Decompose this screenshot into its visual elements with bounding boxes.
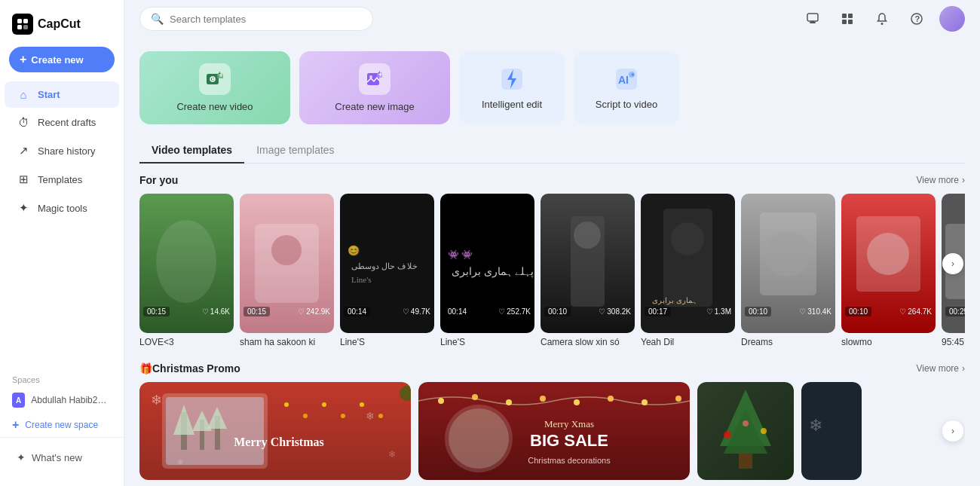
sparkle-icon: ✦: [17, 451, 26, 463]
space-avatar: A: [12, 393, 25, 408]
svg-point-32: [156, 220, 216, 303]
create-new-button[interactable]: + Create new: [9, 47, 115, 72]
svg-point-87: [642, 399, 648, 405]
intelligent-edit-card[interactable]: Intelligent edit: [459, 51, 565, 124]
header-icons: ?: [801, 6, 965, 32]
sidebar-item-magic[interactable]: ✦ Magic tools: [5, 194, 119, 222]
promo-card-2[interactable]: Merry Xmas BIG SALE Christmas decoration…: [418, 382, 690, 480]
template-name-5: Camera slow xin só: [541, 337, 635, 347]
svg-point-98: [724, 431, 731, 439]
whats-new-button[interactable]: ✦ What's new: [5, 445, 119, 469]
grid-icon[interactable]: [835, 7, 859, 31]
svg-point-76: [341, 414, 345, 418]
time-badge-1: 00:15: [143, 307, 170, 316]
svg-text:✦: ✦: [630, 72, 635, 78]
sidebar-item-share[interactable]: ↗ Share history: [5, 137, 119, 164]
christmas-next-button[interactable]: ›: [942, 420, 963, 442]
create-space-button[interactable]: + Create new space: [0, 413, 124, 437]
svg-text:Christmas decorations: Christmas decorations: [528, 456, 611, 465]
svg-rect-5: [810, 22, 816, 23]
promo-thumb-1: ❄ ❄ ❄ ❄ Merry Christmas: [139, 382, 411, 480]
script-to-video-card[interactable]: AI ✦ Script to video: [574, 51, 679, 124]
time-badge-4: 00:14: [444, 307, 470, 316]
script-to-video-label: Script to video: [596, 99, 657, 110]
template-card-7[interactable]: 00:10 ♡310.4K: [741, 194, 835, 333]
likes-badge-4: ♡252.7K: [498, 307, 531, 316]
for-you-next-button[interactable]: ›: [942, 253, 963, 274]
template-item: ہماری برابری 00:17 ♡1.3M Yeah Dil: [641, 194, 735, 347]
search-bar[interactable]: 🔍: [139, 7, 373, 31]
sidebar-item-recent[interactable]: ⏱ Recent drafts: [5, 109, 119, 136]
svg-text:AI: AI: [618, 74, 629, 86]
for-you-view-more[interactable]: View more ›: [917, 175, 965, 185]
template-card-1[interactable]: 00:15 ♡14.6K: [139, 194, 234, 333]
likes-badge-8: ♡264.7K: [899, 307, 932, 316]
promo-card-1[interactable]: ❄ ❄ ❄ ❄ Merry Christmas: [139, 382, 411, 480]
for-you-header: For you View more ›: [139, 174, 965, 186]
template-item: 00:10 ♡264.7K slowmo: [841, 194, 936, 347]
main-content: 🔍: [124, 0, 980, 486]
svg-point-77: [360, 402, 364, 407]
svg-rect-97: [739, 454, 752, 469]
template-name-6: Yeah Dil: [641, 337, 735, 347]
template-card-3[interactable]: 😊 خلا ف حال دوسطی Line's 00:14 ♡49.7K: [340, 194, 434, 333]
promo-card-4[interactable]: ❄: [801, 382, 862, 480]
christmas-promo-cards: ❄ ❄ ❄ ❄ Merry Christmas: [139, 382, 965, 480]
sidebar-item-start[interactable]: ⌂ Start: [5, 81, 119, 108]
template-card-6[interactable]: ہماری برابری 00:17 ♡1.3M: [641, 194, 735, 333]
svg-point-49: [671, 222, 704, 255]
template-card-5[interactable]: 00:10 ♡308.2K: [541, 194, 635, 333]
tab-video[interactable]: Video templates: [139, 138, 244, 164]
christmas-header: 🎁Christmas Promo View more ›: [139, 362, 965, 374]
export-icon[interactable]: [801, 7, 825, 31]
quick-actions: + + Create new video + + Create new ima: [139, 51, 965, 124]
likes-badge-7: ♡310.4K: [799, 307, 831, 316]
svg-point-78: [378, 414, 383, 418]
promo-card-3[interactable]: [697, 382, 794, 480]
svg-text:?: ?: [915, 14, 920, 23]
user-avatar[interactable]: [939, 6, 965, 32]
plus-space-icon: +: [12, 418, 19, 432]
svg-rect-3: [23, 25, 28, 29]
promo-thumb-4: ❄: [801, 382, 862, 480]
svg-text:+: +: [219, 72, 223, 79]
search-input[interactable]: [170, 14, 362, 25]
svg-rect-8: [848, 14, 853, 18]
template-name-3: Line'S: [340, 337, 434, 347]
sidebar-item-magic-label: Magic tools: [38, 203, 87, 214]
whats-new-label: What's new: [32, 452, 82, 463]
svg-point-74: [303, 414, 308, 418]
heart-icon-2: ♡: [298, 307, 305, 316]
christmas-view-more[interactable]: View more ›: [917, 363, 965, 374]
space-item[interactable]: A Abdullah Habib251's ...: [0, 387, 124, 413]
svg-text:BIG SALE: BIG SALE: [530, 431, 608, 450]
templates-icon: ⊞: [17, 173, 30, 186]
time-badge-8: 00:10: [845, 307, 871, 316]
likes-badge-1: ♡14.6K: [202, 307, 230, 316]
svg-text:پہلے ہماری برابری: پہلے ہماری برابری: [452, 266, 534, 278]
svg-rect-1: [23, 19, 28, 23]
svg-point-53: [765, 231, 810, 277]
sidebar-item-templates-label: Templates: [38, 174, 82, 185]
create-video-card[interactable]: + + Create new video: [139, 51, 290, 124]
notification-icon[interactable]: [870, 7, 894, 31]
sidebar-item-templates[interactable]: ⊞ Templates: [5, 166, 119, 193]
svg-point-46: [574, 222, 601, 249]
time-badge-5: 00:10: [544, 307, 571, 316]
svg-text:❄: ❄: [388, 449, 396, 460]
create-image-card[interactable]: + + Create new image: [299, 51, 450, 124]
tab-image[interactable]: Image templates: [244, 138, 347, 164]
template-card-2[interactable]: 00:15 ♡242.9K: [240, 194, 334, 333]
help-icon[interactable]: ?: [905, 7, 929, 31]
svg-point-86: [608, 396, 614, 402]
logo-text: CapCut: [38, 17, 81, 31]
template-card-4[interactable]: 👾 👾 پہلے ہماری برابری 00:14 ♡252.7K: [440, 194, 534, 333]
svg-point-75: [322, 402, 326, 407]
sidebar-item-share-label: Share history: [38, 145, 96, 157]
svg-point-56: [867, 233, 909, 275]
promo-thumb-3: [697, 382, 794, 480]
svg-text:Merry Christmas: Merry Christmas: [234, 436, 324, 449]
template-card-8[interactable]: 00:10 ♡264.7K: [841, 194, 936, 333]
promo-thumb-2: Merry Xmas BIG SALE Christmas decoration…: [418, 382, 690, 480]
svg-point-83: [506, 399, 512, 405]
